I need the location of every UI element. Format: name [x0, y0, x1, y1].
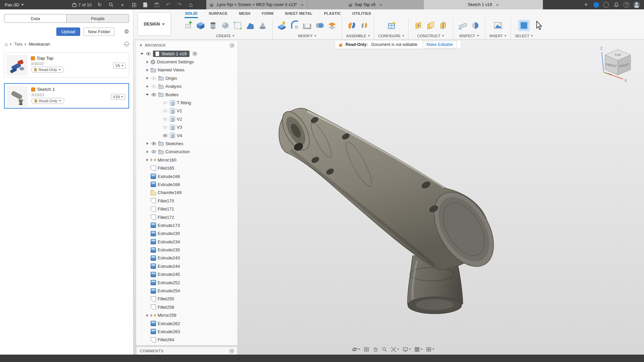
browser-tree-item[interactable]: Extrude262: [136, 319, 237, 327]
configuration-icon[interactable]: [386, 20, 397, 31]
tab-sheet-metal[interactable]: SHEET METAL: [284, 9, 313, 18]
select-icon[interactable]: [518, 20, 530, 31]
group-label-select[interactable]: SELECT: [515, 34, 533, 38]
browser-tree-item[interactable]: Chamfer169: [136, 189, 237, 197]
browser-tree-item[interactable]: Fillet165: [136, 164, 237, 172]
browser-tree-item[interactable]: Extrude245: [136, 270, 237, 279]
minimize-browser-icon[interactable]: [230, 43, 234, 48]
browser-tree-item[interactable]: Sketches: [136, 139, 237, 147]
tab-surface[interactable]: SURFACE: [208, 9, 228, 18]
browser-tree-item[interactable]: Analysis: [136, 82, 237, 90]
group-label-create[interactable]: CREATE: [216, 34, 235, 38]
breadcrumb-home-icon[interactable]: ⌂: [5, 41, 8, 47]
tab-people[interactable]: People: [66, 14, 129, 22]
visibility-eye-icon[interactable]: [162, 134, 168, 137]
expand-arrow-icon[interactable]: [146, 150, 149, 153]
cylinder-icon[interactable]: [207, 20, 219, 31]
browser-tree-item[interactable]: Fillet255: [136, 295, 237, 303]
orbit-icon[interactable]: [351, 346, 361, 353]
browser-tree-item[interactable]: Mirror160: [136, 156, 237, 164]
axis-plane-icon[interactable]: [437, 20, 449, 31]
browser-tree-item[interactable]: Extrude168: [136, 180, 237, 188]
timeline-bar[interactable]: [0, 355, 644, 362]
measure-icon[interactable]: [457, 20, 469, 31]
cone-icon[interactable]: [257, 20, 268, 31]
data-panel-settings-gear-icon[interactable]: ⚙: [124, 28, 129, 35]
document-tab[interactable]: .Lynx Rpi + Screen + MK3 Top cover II v1…: [206, 0, 308, 9]
comments-panel[interactable]: COMMENTS: [136, 347, 237, 355]
joint-icon[interactable]: [346, 20, 358, 31]
visibility-eye-icon[interactable]: [151, 93, 157, 96]
help-icon[interactable]: ?: [624, 2, 629, 8]
expand-arrow-icon[interactable]: [146, 159, 149, 161]
as-built-joint-icon[interactable]: [359, 20, 370, 31]
redo-icon[interactable]: ↷: [176, 1, 183, 8]
tab-mesh[interactable]: MESH: [238, 9, 251, 18]
browser-root-item[interactable]: Sketch 1 v19: [136, 50, 237, 58]
tab-data[interactable]: Data: [4, 14, 66, 22]
group-label-assemble[interactable]: ASSEMBLE: [346, 34, 370, 38]
browser-tree-item[interactable]: Fillet172: [136, 213, 237, 221]
browser-tree-item[interactable]: Construction: [136, 148, 237, 156]
view-cube[interactable]: TOP FRONT RIGHT Z X: [598, 44, 639, 84]
look-at-icon[interactable]: [363, 346, 370, 353]
recent-icon[interactable]: [603, 2, 609, 8]
visibility-eye-icon[interactable]: [162, 101, 168, 104]
make-editable-button[interactable]: Make Editable: [423, 41, 457, 48]
job-status[interactable]: 7 of 10: [72, 2, 92, 7]
insert-image-icon[interactable]: [492, 20, 504, 31]
browser-tree-item[interactable]: T fitting: [136, 99, 237, 107]
expand-arrow-icon[interactable]: [146, 85, 149, 88]
new-folder-button[interactable]: New Folder: [84, 27, 114, 36]
minimize-comments-icon[interactable]: [229, 349, 234, 353]
expand-arrow-icon[interactable]: [146, 61, 149, 63]
expand-arrow-icon[interactable]: [146, 94, 149, 96]
tab-plastic[interactable]: PLASTIC: [323, 9, 342, 18]
pan-icon[interactable]: [372, 346, 379, 353]
expand-arrow-icon[interactable]: [146, 142, 149, 145]
tab-close-icon[interactable]: ×: [301, 2, 304, 7]
browser-tree-item[interactable]: Fillet264: [136, 336, 237, 344]
browser-tree-item[interactable]: Extrude254: [136, 287, 237, 295]
access-dropdown[interactable]: Read-Only: [31, 67, 64, 73]
tab-close-icon[interactable]: ×: [496, 2, 499, 7]
browser-tree-item[interactable]: Extrude173: [136, 221, 237, 229]
browser-tree-item[interactable]: Extrude263: [136, 327, 237, 336]
model-viewport[interactable]: Read-Only: Document is not editable Make…: [133, 40, 644, 355]
file-icon[interactable]: [142, 1, 149, 8]
browser-tree-item[interactable]: Bodies: [136, 90, 237, 99]
browser-tree-item[interactable]: Extrude166: [136, 172, 237, 180]
team-icon[interactable]: [593, 2, 599, 8]
shell-icon[interactable]: [302, 20, 313, 31]
visibility-eye-icon[interactable]: [151, 85, 157, 88]
breadcrumb-project[interactable]: Tata: [14, 42, 22, 47]
browser-tree-item[interactable]: V1: [136, 107, 237, 115]
section-analysis-icon[interactable]: [470, 20, 481, 31]
activate-component-icon[interactable]: [193, 52, 197, 56]
browser-tree-item[interactable]: Extrude235: [136, 246, 237, 254]
offset-face-icon[interactable]: [326, 20, 338, 31]
expand-arrow-icon[interactable]: [146, 69, 149, 71]
browser-tree-item[interactable]: Mirror259: [136, 311, 237, 319]
fit-icon[interactable]: [390, 346, 400, 353]
file-card-sap-tap[interactable]: Sap Tap 3/30/22 Read-Only V5: [4, 52, 129, 78]
tab-utilities[interactable]: UTILITIES: [352, 9, 372, 18]
file-card-sketch-1[interactable]: Sketch 1 3/19/23 Read-Only V19: [4, 83, 129, 109]
browser-tree-item[interactable]: Extrude252: [136, 279, 237, 287]
group-label-insert[interactable]: INSERT: [489, 34, 506, 38]
browser-tree-item[interactable]: Named Views: [136, 66, 237, 74]
browser-tree-item[interactable]: Extrude243: [136, 254, 237, 262]
browser-tree-item[interactable]: Fillet256: [136, 303, 237, 311]
app-grid-icon[interactable]: [130, 1, 137, 8]
workspace-switcher[interactable]: DESIGN: [138, 12, 171, 36]
browser-tree-item[interactable]: Document Settings: [136, 58, 237, 66]
browser-tree-item[interactable]: Fillet171: [136, 205, 237, 213]
grid-display-icon[interactable]: [413, 346, 424, 353]
group-label-configure[interactable]: CONFIGURE: [378, 34, 404, 38]
close-icon[interactable]: ×: [119, 1, 126, 8]
browser-tree-item[interactable]: Extrude244: [136, 262, 237, 270]
browser-tree-item[interactable]: Origin: [136, 74, 237, 82]
visibility-eye-icon[interactable]: [151, 150, 157, 153]
visibility-eye-icon[interactable]: [151, 77, 157, 80]
browser-tree-item[interactable]: Extrude234: [136, 238, 237, 246]
